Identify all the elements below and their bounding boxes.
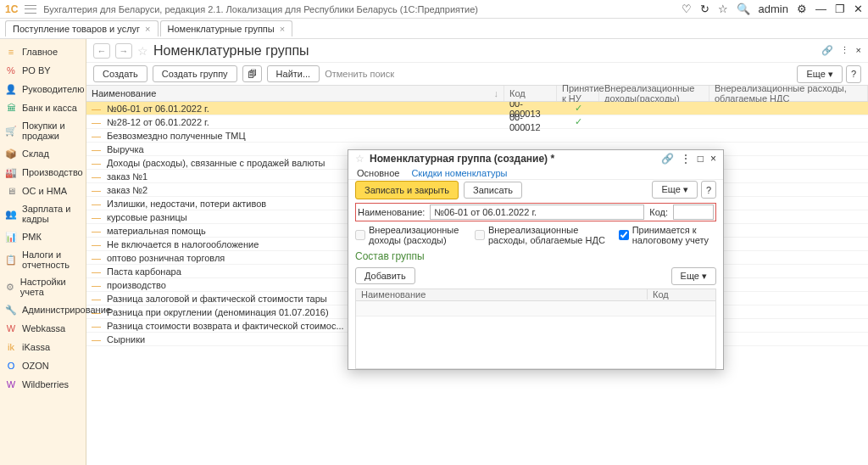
sidebar-item[interactable]: 🖥ОС и НМА xyxy=(0,182,86,200)
sidebar-item[interactable]: 🏛Банк и касса xyxy=(0,98,86,117)
table-row[interactable]: —№28-12 от 06.01.2022 г.00-000012✓ xyxy=(86,115,868,129)
sidebar-item[interactable]: 👥Зарплата и кадры xyxy=(0,200,86,227)
sidebar-label: Покупки и продажи xyxy=(22,120,81,141)
name-input[interactable] xyxy=(430,204,644,220)
dialog-tab-main[interactable]: Основное xyxy=(357,168,399,178)
row-marker-icon: — xyxy=(86,131,102,141)
user-label[interactable]: admin xyxy=(759,3,788,15)
col-nu[interactable]: Принятие к НУ xyxy=(557,86,599,101)
dialog-star-icon[interactable]: ☆ xyxy=(355,153,364,165)
app-title: Бухгалтерия для Беларуси, редакция 2.1. … xyxy=(43,4,674,14)
save-button[interactable]: Записать xyxy=(464,182,522,199)
col-name[interactable]: Наименование↓ xyxy=(86,86,504,101)
sidebar-icon: ⚙ xyxy=(5,281,15,293)
dialog-grid-body[interactable] xyxy=(355,301,716,369)
row-marker-icon: — xyxy=(86,158,102,168)
row-code: 00-000012 xyxy=(504,112,557,132)
chk-tax[interactable]: Принимается к налоговому учету xyxy=(619,225,716,245)
sidebar-label: Настройки учета xyxy=(20,277,81,297)
restore-icon[interactable]: ❐ xyxy=(835,3,845,15)
col-vd[interactable]: Внереализационные доходы(расходы) xyxy=(599,86,709,101)
sidebar-item[interactable]: 📊РМК xyxy=(0,227,86,246)
sidebar-item[interactable]: OOZON xyxy=(0,356,86,375)
table-row[interactable]: —№06-01 от 06.01.2022 г.00-000013✓ xyxy=(86,102,868,115)
sidebar-item[interactable]: 🛒Покупки и продажи xyxy=(0,117,86,144)
sidebar-label: Руководителю xyxy=(22,84,84,94)
menu-icon[interactable] xyxy=(25,5,36,14)
dialog-max-icon[interactable]: □ xyxy=(698,153,704,165)
minimize-icon[interactable]: — xyxy=(815,3,826,15)
star-icon[interactable]: ☆ xyxy=(718,3,728,15)
nav-fwd-button[interactable]: → xyxy=(115,43,132,59)
col-code[interactable]: Код xyxy=(504,86,557,101)
copy-button[interactable]: 🗐 xyxy=(242,65,262,82)
tab-close-icon[interactable]: × xyxy=(145,24,150,34)
history-icon[interactable]: ↻ xyxy=(700,3,709,15)
name-label: Наименование: xyxy=(358,207,425,217)
dialog-link-icon[interactable]: 🔗 xyxy=(661,153,674,165)
row-name: №28-12 от 06.01.2022 г. xyxy=(102,117,504,127)
link-icon[interactable]: 🔗 xyxy=(821,45,833,56)
more-button[interactable]: Еще ▾ xyxy=(797,65,842,83)
create-dialog: ☆ Номенклатурная группа (создание) * 🔗 ⋮… xyxy=(348,149,724,370)
create-group-button[interactable]: Создать группу xyxy=(153,65,237,82)
code-input[interactable] xyxy=(673,204,714,220)
table-row[interactable]: —Безвозмездно полученные ТМЦ xyxy=(86,129,868,143)
row-marker-icon: — xyxy=(86,117,102,127)
tab-close-icon[interactable]: × xyxy=(280,24,285,34)
sidebar-item[interactable]: WWebkassa xyxy=(0,319,86,338)
help-button[interactable]: ? xyxy=(846,65,861,83)
nav-back-button[interactable]: ← xyxy=(93,43,110,59)
sidebar-label: Производство xyxy=(22,167,83,177)
dialog-title: Номенклатурная группа (создание) * xyxy=(370,153,656,165)
row-name: Безвозмездно полученные ТМЦ xyxy=(102,131,504,141)
sidebar-icon: 🛒 xyxy=(5,125,17,137)
sidebar-item[interactable]: WWildberries xyxy=(0,375,86,394)
favorite-icon[interactable]: ☆ xyxy=(137,44,148,58)
col-vn[interactable]: Внереализационные расходы, облагаемые НД… xyxy=(709,86,868,101)
open-tabs: Поступление товаров и услуг× Номенклатур… xyxy=(0,19,868,39)
find-button[interactable]: Найти... xyxy=(267,65,320,82)
tab-receipt[interactable]: Поступление товаров и услуг× xyxy=(5,20,159,36)
dialog-help-button[interactable]: ? xyxy=(701,181,716,199)
sidebar-item[interactable]: 🔧Администрирование xyxy=(0,300,86,319)
sidebar-icon: O xyxy=(5,360,17,372)
more-vert-icon[interactable]: ⋮ xyxy=(840,45,849,56)
row-marker-icon: — xyxy=(86,226,102,236)
sidebar-item[interactable]: %PO BY xyxy=(0,61,86,80)
sidebar-item[interactable]: ikiKassa xyxy=(0,338,86,356)
save-close-button[interactable]: Записать и закрыть xyxy=(355,181,459,199)
settings-icon[interactable]: ⚙ xyxy=(797,3,807,15)
sidebar-item[interactable]: 📋Налоги и отчетность xyxy=(0,246,86,273)
bell-icon[interactable]: ♡ xyxy=(682,3,692,15)
code-label: Код: xyxy=(649,207,668,217)
row-marker-icon: — xyxy=(86,266,102,277)
page-close-icon[interactable]: × xyxy=(856,45,861,56)
sidebar-icon: 📦 xyxy=(5,148,17,160)
create-button[interactable]: Создать xyxy=(93,65,147,82)
sidebar-item[interactable]: 👤Руководителю xyxy=(0,80,86,98)
chk-vn-expense[interactable]: Внереализационные расходы, облагаемые НД… xyxy=(475,225,614,245)
add-button[interactable]: Добавить xyxy=(355,267,415,284)
sidebar-label: iKassa xyxy=(22,342,50,352)
sidebar-item[interactable]: 📦Склад xyxy=(0,144,86,163)
sidebar-item[interactable]: ≡Главное xyxy=(0,42,86,61)
sidebar-label: PO BY xyxy=(22,65,51,76)
tab-nomenclature-groups[interactable]: Номенклатурные группы× xyxy=(160,20,293,36)
sidebar-item[interactable]: 🏭Производство xyxy=(0,163,86,182)
sidebar-item[interactable]: ⚙Настройки учета xyxy=(0,273,86,300)
grid-col-code[interactable]: Код xyxy=(648,289,715,300)
sidebar-label: ОС и НМА xyxy=(22,186,67,196)
dialog-tab-discounts[interactable]: Скидки номенклатуры xyxy=(411,168,507,178)
close-icon[interactable]: ✕ xyxy=(854,3,863,15)
search-icon[interactable]: 🔍 xyxy=(737,3,750,15)
row-nu: ✓ xyxy=(557,116,599,127)
dialog-more-button[interactable]: Еще ▾ xyxy=(652,181,697,199)
dialog-more-icon[interactable]: ⋮ xyxy=(681,153,691,165)
grid-col-name[interactable]: Наименование xyxy=(356,289,648,300)
chk-vn-income[interactable]: Внереализационные доходы (расходы) xyxy=(355,225,470,245)
row-marker-icon: — xyxy=(86,280,102,290)
cancel-find-button[interactable]: Отменить поиск xyxy=(325,69,394,79)
dialog-close-icon[interactable]: × xyxy=(710,153,716,165)
grid-more-button[interactable]: Еще ▾ xyxy=(671,267,716,285)
